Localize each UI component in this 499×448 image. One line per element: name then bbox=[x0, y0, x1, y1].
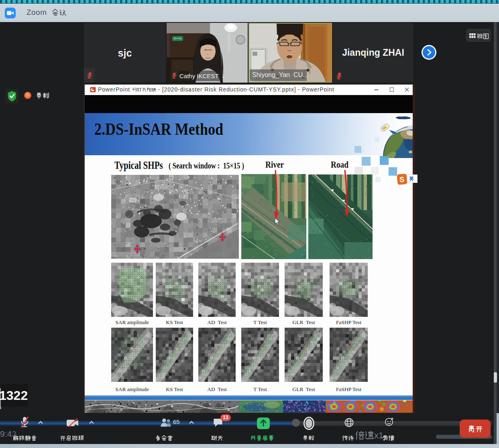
svg-text:S: S bbox=[399, 175, 405, 184]
